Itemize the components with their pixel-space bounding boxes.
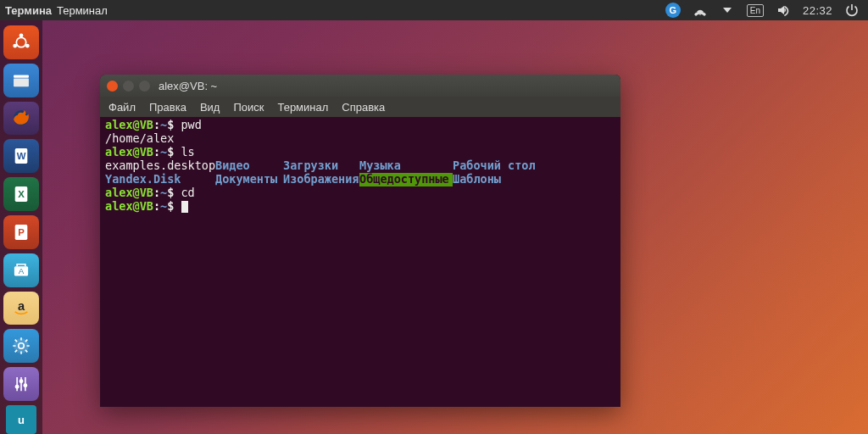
menu-view[interactable]: Вид bbox=[200, 101, 220, 114]
svg-rect-4 bbox=[14, 75, 29, 77]
svg-point-2 bbox=[13, 44, 17, 48]
launcher-sound-mixer[interactable] bbox=[3, 367, 39, 401]
ls-entry: Общедоступные bbox=[359, 173, 453, 186]
svg-point-20 bbox=[23, 383, 27, 387]
clock[interactable]: 22:32 bbox=[803, 4, 832, 17]
unity-launcher: W X P A a u bbox=[0, 20, 42, 434]
launcher-ubuntu-dash[interactable] bbox=[3, 25, 39, 59]
launcher-system-settings[interactable] bbox=[3, 329, 39, 363]
svg-text:P: P bbox=[18, 227, 25, 237]
ls-entry: Шаблоны bbox=[453, 173, 537, 186]
power-icon[interactable] bbox=[844, 3, 860, 18]
active-app-menu[interactable]: Терминал bbox=[57, 4, 108, 17]
menu-file[interactable]: Файл bbox=[108, 101, 136, 114]
launcher-ubuntu-software[interactable]: A bbox=[3, 253, 39, 287]
svg-point-19 bbox=[19, 379, 24, 383]
network-icon[interactable] bbox=[693, 3, 708, 18]
launcher-amazon[interactable]: a bbox=[3, 292, 39, 326]
ls-entry: Видео bbox=[215, 159, 283, 173]
svg-text:a: a bbox=[18, 300, 25, 314]
window-maximize-button[interactable] bbox=[139, 81, 150, 92]
active-app-label: ТерминаТерминал bbox=[5, 4, 108, 17]
keyboard-language-indicator[interactable]: En bbox=[747, 4, 764, 17]
svg-rect-5 bbox=[14, 78, 29, 86]
svg-point-3 bbox=[25, 44, 30, 48]
svg-text:A: A bbox=[19, 266, 25, 275]
window-titlebar[interactable]: alex@VB: ~ bbox=[100, 75, 620, 97]
svg-text:X: X bbox=[18, 189, 25, 199]
terminal-body[interactable]: alex@VB:~$ pwd/home/alexalex@VB:~$ lsexa… bbox=[100, 117, 620, 214]
ls-entry: Музыка bbox=[359, 159, 453, 173]
menu-search[interactable]: Поиск bbox=[233, 101, 264, 114]
ls-entry: Yandex.Disk bbox=[105, 173, 215, 186]
cursor bbox=[181, 201, 188, 213]
menu-help[interactable]: Справка bbox=[342, 101, 385, 114]
launcher-libreoffice-impress[interactable]: P bbox=[3, 215, 39, 249]
terminal-window[interactable]: alex@VB: ~ Файл Правка Вид Поиск Термина… bbox=[100, 75, 620, 407]
top-panel: ТерминаТерминал G En 22:32 bbox=[0, 0, 868, 20]
launcher-firefox[interactable] bbox=[3, 102, 39, 136]
window-title: alex@VB: ~ bbox=[159, 80, 217, 92]
ls-entry: Рабочий стол bbox=[453, 159, 537, 173]
svg-point-18 bbox=[15, 385, 19, 389]
svg-text:u: u bbox=[18, 414, 25, 426]
dropdown-arrow-icon[interactable] bbox=[720, 3, 735, 18]
ls-entry: Загрузки bbox=[283, 159, 359, 173]
window-minimize-button[interactable] bbox=[123, 81, 134, 92]
svg-point-1 bbox=[19, 33, 24, 37]
menu-terminal[interactable]: Терминал bbox=[277, 101, 328, 114]
launcher-libreoffice-calc[interactable]: X bbox=[3, 177, 39, 211]
window-close-button[interactable] bbox=[107, 81, 118, 92]
terminal-menubar: Файл Правка Вид Поиск Терминал Справка bbox=[100, 97, 620, 117]
launcher-usb-device[interactable]: u bbox=[6, 405, 36, 434]
ls-entry: Документы bbox=[215, 173, 283, 186]
launcher-libreoffice-writer[interactable]: W bbox=[3, 139, 39, 173]
ls-entry: examples.desktop bbox=[105, 159, 215, 173]
svg-text:W: W bbox=[17, 151, 26, 161]
volume-icon[interactable] bbox=[776, 3, 791, 18]
ls-entry: Изображения bbox=[283, 173, 359, 186]
svg-point-0 bbox=[16, 37, 25, 47]
chromium-indicator-icon[interactable]: G bbox=[665, 3, 681, 18]
launcher-files[interactable] bbox=[3, 64, 39, 97]
menu-edit[interactable]: Правка bbox=[149, 101, 186, 114]
